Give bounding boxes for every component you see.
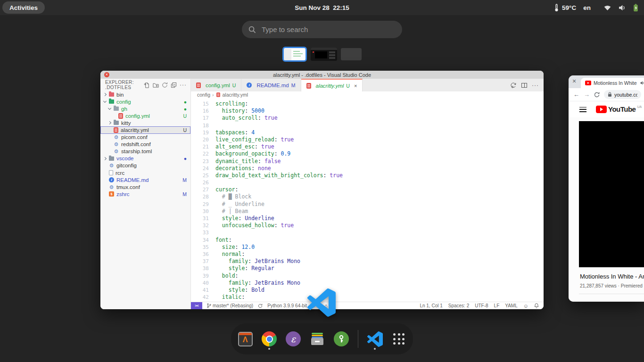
code-line-16[interactable]: 16 history: 5000 (191, 107, 544, 115)
hamburger-menu-icon[interactable] (579, 107, 586, 112)
code-line-31[interactable]: 31 style: Underline (191, 215, 544, 222)
code-line-35[interactable]: 35 size: 12.0 (191, 244, 544, 251)
tree-item-bin[interactable]: bin (100, 91, 190, 98)
editor-tab-readme-md[interactable]: iREADME.mdM (241, 79, 301, 91)
tab-close-icon[interactable]: × (354, 83, 357, 89)
code-line-27[interactable]: 27cursor: (191, 186, 544, 193)
video-player[interactable] (579, 121, 644, 267)
reload-button[interactable] (594, 92, 600, 98)
dock-item-keepassxc[interactable] (333, 328, 350, 350)
code-line-19[interactable]: 19tabspaces: 4 (191, 129, 544, 136)
split-editor-icon[interactable] (521, 83, 527, 88)
code-line-24[interactable]: 24decorations: none (191, 165, 544, 172)
breadcrumb-item-alacritty-yml[interactable]: alacritty.yml (216, 92, 248, 98)
breadcrumb-item-config[interactable]: config (197, 92, 210, 98)
code-line-40[interactable]: 40 family: JetBrains Mono (191, 280, 544, 287)
tree-item-kitty[interactable]: kitty (100, 119, 190, 126)
code-line-34[interactable]: 34font: (191, 237, 544, 244)
dock-item-emacs[interactable]: ε (285, 328, 302, 350)
window-close-button[interactable]: × (572, 78, 576, 84)
vscode-window[interactable]: × alacritty.yml - .dotfiles - Visual Stu… (100, 71, 544, 309)
code-line-33[interactable]: 33 (191, 229, 544, 236)
code-line-29[interactable]: 29 # _ Underline (191, 201, 544, 208)
notifications-bell-icon[interactable] (534, 303, 539, 308)
code-line-32[interactable]: 32 unfocused_hollow: true (191, 222, 544, 229)
status-item-utf-8[interactable]: UTF-8 (475, 303, 488, 308)
code-line-38[interactable]: 38 style: Regular (191, 265, 544, 272)
overview-search[interactable] (242, 21, 402, 38)
status-item-yaml[interactable]: YAML (505, 303, 518, 308)
tree-item-tmux-conf[interactable]: ⚙tmux.conf (100, 183, 190, 190)
tree-item-gh[interactable]: gh● (100, 105, 190, 112)
dock-item-files[interactable] (309, 328, 326, 350)
dock-item-vscode[interactable] (366, 328, 383, 350)
back-button[interactable]: ← (573, 91, 579, 98)
tree-item-rcrc[interactable]: rcrc (100, 169, 190, 176)
code-line-15[interactable]: 15scrolling: (191, 100, 544, 107)
activities-button[interactable]: Activities (2, 1, 45, 14)
collapse-all-icon[interactable] (171, 82, 177, 88)
feedback-smiley-icon[interactable]: ☺ (523, 303, 528, 309)
tab-audio-icon[interactable] (640, 81, 644, 85)
tree-item-redshift-conf[interactable]: ⚙redshift.conf (100, 141, 190, 148)
system-indicators[interactable]: 59°C en (554, 0, 638, 15)
code-line-20[interactable]: 20live_config_reload: true (191, 136, 544, 143)
chrome-toolbar: ← → youtube.com/wa (569, 88, 644, 101)
code-line-22[interactable]: 22background_opacity: 0.9 (191, 150, 544, 157)
vscode-app-icon[interactable] (307, 288, 336, 319)
code-editor[interactable]: 15scrolling:16 history: 500017 auto_scro… (191, 98, 544, 302)
code-line-36[interactable]: 36 normal: (191, 251, 544, 258)
tree-item-alacritty-yml[interactable]: alacritty.ymlU (100, 126, 190, 133)
tree-item-zshrc[interactable]: $zshrcM (100, 190, 190, 197)
explorer-more-actions-icon[interactable]: ··· (180, 82, 187, 87)
code-line-28[interactable]: 28 # █ Block (191, 193, 544, 200)
window-close-button[interactable]: × (104, 72, 109, 77)
code-line-18[interactable]: 18 (191, 122, 544, 129)
address-bar[interactable]: youtube.com/wa (604, 90, 641, 99)
search-input[interactable] (261, 25, 388, 34)
open-changes-icon[interactable] (510, 82, 517, 89)
status-item-ln-1-col-1[interactable]: Ln 1, Col 1 (420, 303, 442, 308)
code-line-26[interactable]: 26 (191, 179, 544, 186)
tree-item-picom-conf[interactable]: ⚙picom.conf (100, 134, 190, 141)
editor-tab-alacritty-yml[interactable]: alacritty.ymlU× (301, 79, 363, 91)
dock-item-app-grid[interactable] (390, 328, 407, 350)
editor-tab-config-yml[interactable]: config.ymlU (191, 79, 241, 91)
code-line-41[interactable]: 41 style: Bold (191, 287, 544, 294)
code-line-30[interactable]: 30 # | Beam (191, 208, 544, 215)
clock[interactable]: Sun Nov 28 22:15 (295, 4, 349, 11)
tree-item-gitconfig[interactable]: ⚙gitconfig (100, 162, 190, 169)
dock-item-alacritty[interactable]: Λ (237, 328, 254, 350)
status-item-sync[interactable] (258, 304, 263, 308)
tree-item-vscode[interactable]: vscode● (100, 155, 190, 162)
workspace-2-youtube[interactable] (311, 48, 337, 61)
code-line-21[interactable]: 21alt_send_esc: true (191, 143, 544, 150)
tree-item-starship-toml[interactable]: ⚙starship.toml (100, 148, 190, 155)
status-item-master-rebasing[interactable]: master* (Rebasing) (207, 303, 253, 308)
youtube-logo[interactable]: YouTube UA (596, 105, 642, 114)
editor-more-actions-icon[interactable]: ··· (532, 83, 539, 87)
code-line-17[interactable]: 17 auto_scroll: true (191, 115, 544, 122)
code-line-25[interactable]: 25draw_bold_text_with_bright_colors: tru… (191, 172, 544, 179)
workspace-3-empty[interactable] (341, 48, 362, 60)
code-line-42[interactable]: 42 italic: (191, 294, 544, 301)
status-item-spaces-2[interactable]: Spaces: 2 (448, 303, 469, 308)
new-file-icon[interactable] (144, 82, 150, 88)
browser-tab[interactable]: Motionless In White - A (581, 78, 644, 88)
dock-item-chrome[interactable] (261, 328, 278, 350)
keyboard-layout-indicator[interactable]: en (583, 4, 591, 11)
code-line-37[interactable]: 37 family: JetBrains Mono (191, 258, 544, 265)
code-line-23[interactable]: 23dynamic_title: false (191, 158, 544, 165)
status-item-lf[interactable]: LF (494, 303, 500, 308)
tree-item-readme-md[interactable]: iREADME.mdM (100, 176, 190, 183)
remote-indicator[interactable]: >< (191, 302, 202, 309)
forward-button[interactable]: → (584, 91, 590, 98)
tree-item-config[interactable]: config● (100, 98, 190, 105)
new-folder-icon[interactable] (153, 82, 159, 88)
workspace-1-vscode-active[interactable] (282, 47, 307, 62)
tree-item-config-yml[interactable]: config.ymlU (100, 112, 190, 119)
chrome-window[interactable]: × Motionless In White - A ← → youtube.co… (569, 75, 644, 302)
status-item-python-3-9-9-64-bit[interactable]: Python 3.9.9 64-bit (267, 303, 307, 308)
code-line-39[interactable]: 39 bold: (191, 272, 544, 280)
refresh-icon[interactable] (162, 82, 168, 88)
